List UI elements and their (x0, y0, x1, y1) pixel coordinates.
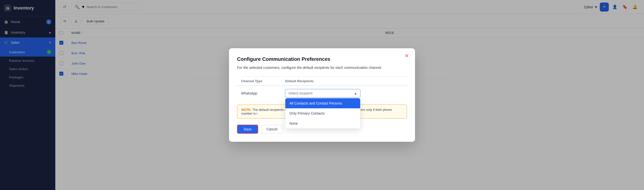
recipients-cell: Select recipient ▲ All Contacts and Cont… (281, 86, 407, 101)
configure-comm-modal: ✕ Configure Communication Preferences Fo… (229, 48, 415, 142)
recipient-dropdown: All Contacts and Contact Persons Only Pr… (285, 98, 360, 129)
recipient-select-trigger[interactable]: Select recipient ▲ (285, 89, 360, 98)
note-label: NOTE: (241, 108, 251, 112)
modal-title: Configure Communication Preferences (237, 56, 407, 62)
channel-col-header: Channel Type (237, 77, 281, 86)
cancel-button[interactable]: Cancel (261, 125, 283, 133)
dropdown-option-primary[interactable]: Only Primary Contacts (285, 108, 360, 118)
recipients-col-header: Default Recipients (281, 77, 407, 86)
dropdown-option-none[interactable]: None (285, 118, 360, 128)
recipient-select-wrapper: Select recipient ▲ All Contacts and Cont… (285, 89, 360, 98)
channel-type-cell: WhatsApp (237, 86, 281, 101)
save-button[interactable]: Save (237, 125, 258, 134)
chevron-up-icon: ▲ (354, 91, 357, 95)
channel-row: WhatsApp Select recipient ▲ All Contacts… (237, 86, 407, 101)
modal-close-button[interactable]: ✕ (405, 53, 409, 58)
modal-description: For the selected customers, configure th… (237, 65, 407, 70)
dropdown-option-all[interactable]: All Contacts and Contact Persons (285, 98, 360, 108)
select-placeholder: Select recipient (288, 91, 312, 95)
modal-overlay[interactable]: ✕ Configure Communication Preferences Fo… (0, 0, 644, 190)
channel-table: Channel Type Default Recipients WhatsApp… (237, 76, 407, 101)
